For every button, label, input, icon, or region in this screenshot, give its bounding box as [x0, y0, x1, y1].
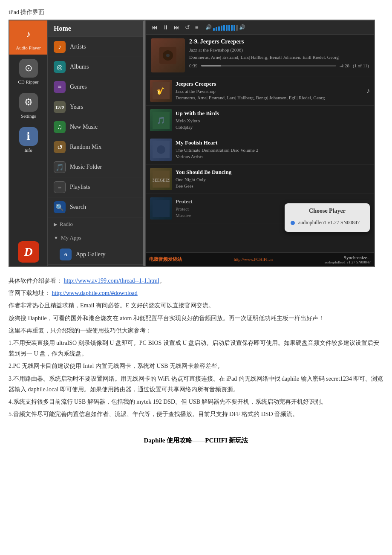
link1[interactable]: http://www.av199.com/thread--1-1.html [64, 278, 159, 284]
bottom-bar: 电脑音频发烧站 http://www.PCHIFI.cn Synchronize… [146, 252, 374, 266]
sync-text[interactable]: Synchronize... [344, 255, 371, 260]
track-title-1: Jeepers Creepers [176, 81, 363, 87]
svg-point-2 [166, 54, 170, 57]
now-playing-album: Jazz at the Pawnshop (2006) [189, 46, 369, 54]
time-remaining: -4:28 [340, 63, 349, 68]
track-artists-2: Coldplay [176, 124, 370, 130]
footer-title: Daphile 使用攻略——PCHIFI 新玩法 [9, 436, 383, 453]
nav-item-search[interactable]: 🔍 Search [48, 197, 145, 217]
nav-panel: Home ♪ Artists ◎ Albums ≡ Genres 1979 Ye… [48, 20, 146, 266]
music-folder-icon: 🎵 [54, 161, 66, 173]
new-music-icon: ♫ [54, 121, 66, 133]
nav-item-albums[interactable]: ◎ Albums [48, 57, 145, 77]
sidebar-label-cd-ripper: CD Ripper [18, 79, 39, 84]
now-playing-artists: Domnerus, Arne| Erstrand, Lars| Hallberg… [189, 54, 369, 61]
item1: 1.不用安装直接用 ultraISO 刻录镜像到 U 盘即可。PC BIOS 设… [9, 338, 383, 359]
choose-player-title: Choose Player [291, 208, 364, 214]
nav-label-search: Search [70, 204, 86, 211]
nav-label-albums: Albums [70, 64, 89, 70]
nav-section-my-apps[interactable]: ▼ My Apps [48, 231, 145, 245]
next-button[interactable]: ⏭ [172, 23, 182, 32]
para2: 放狗搜 Daphile，可看的国外和港台烧友在 atom 和低配置平台实现良好的… [9, 313, 383, 324]
now-playing: 2-9. Jeepers Creepers Jazz at the Pawnsh… [146, 35, 374, 76]
nav-item-years[interactable]: 1979 Years [48, 97, 145, 117]
info-icon: ℹ [19, 127, 38, 146]
nav-section-radio[interactable]: ▶ Radio [48, 217, 145, 231]
track-thumb-3 [150, 139, 172, 161]
volume-icon: 🔊 [205, 24, 212, 31]
sidebar-label-info: Info [24, 147, 32, 153]
sidebar-item-info[interactable]: ℹ Info [9, 123, 47, 157]
track-title-2: Up With the Birds [176, 110, 370, 117]
svg-point-8 [157, 145, 165, 154]
sidebar-item-cd-ripper[interactable]: ⊙ CD Ripper [9, 55, 47, 89]
track-thumb-1: 🎷 [150, 80, 172, 102]
sidebar-item-settings[interactable]: ⚙ Settings [9, 89, 47, 123]
track-title-4: You Should Be Dancing [176, 169, 370, 176]
nav-item-artists[interactable]: ♪ Artists [48, 37, 145, 57]
track-artists-1: Domnerus, Arne| Erstrand, Lars| Hallberg… [176, 95, 363, 101]
player-bottom-text: audiophilleo1 v1.27 SN00847 [325, 260, 371, 264]
svg-text:🎵: 🎵 [157, 116, 165, 124]
playlists-icon: ≡ [54, 181, 66, 193]
nav-item-music-folder[interactable]: 🎵 Music Folder [48, 157, 145, 177]
nav-label-years: Years [70, 104, 83, 110]
nav-item-new-music[interactable]: ♫ New Music [48, 117, 145, 137]
progress-bar[interactable] [201, 65, 336, 66]
vol-seg-9 [233, 25, 235, 31]
sidebar-item-audio-player[interactable]: ♪ Audio Player [9, 20, 47, 55]
audio-player-icon: ♪ [19, 25, 38, 43]
menu-button[interactable]: ≡ [193, 23, 200, 32]
nav-item-genres[interactable]: ≡ Genres [48, 77, 145, 97]
choose-player-option[interactable]: audiophilleo1 v1.27 SN00847 [291, 218, 364, 228]
prev-button[interactable]: ⏮ [150, 23, 159, 32]
vol-seg-8 [231, 25, 233, 31]
svg-text:BEEGEES: BEEGEES [153, 178, 170, 182]
cd-ripper-icon: ⊙ [19, 59, 38, 78]
vol-seg-5 [223, 25, 225, 31]
nav-item-random-mix[interactable]: ↺ Random Mix [48, 137, 145, 157]
choose-player-popup: Choose Player audiophilleo1 v1.27 SN0084… [285, 203, 370, 232]
para1: 作者非常热心且精益求精，Email 有问必答。E 文好的烧友可以直接官网交流。 [9, 300, 383, 311]
watermark-text: 电脑音频发烧站 [149, 256, 182, 263]
item2: 2.PC 无线网卡目前建议使用 Intel 内置无线网卡，系统对 USB 无线网… [9, 361, 383, 371]
nav-item-spotify[interactable]: Sp Spotify [48, 265, 145, 266]
sidebar-label-audio-player: Audio Player [16, 45, 40, 50]
track-item[interactable]: 🎵 Up With the Birds Mylo Xyloto Coldplay [146, 106, 374, 135]
track-info-3: My Foolish Heart The Ultimate Demonstrat… [176, 139, 370, 160]
repeat-button[interactable]: ↺ [183, 23, 192, 32]
track-info-2: Up With the Birds Mylo Xyloto Coldplay [176, 110, 370, 131]
track-artists-4: Bee Gees [176, 183, 370, 189]
player-option-label: audiophilleo1 v1.27 SN00847 [298, 220, 360, 226]
now-playing-title: 2-9. Jeepers Creepers [189, 38, 369, 45]
track-item[interactable]: My Foolish Heart The Ultimate Demonstrat… [146, 135, 374, 165]
radio-arrow-icon: ▶ [54, 222, 57, 227]
nav-label-random-mix: Random Mix [70, 144, 101, 150]
vol-seg-2 [216, 27, 217, 31]
track-info-1: Jeepers Creepers Jazz at the Pawnshop Do… [176, 81, 363, 101]
track-position: (1 of 11) [353, 63, 369, 68]
content-panel: ⏮ ⏸ ⏭ ↺ ≡ 🔊 [146, 20, 374, 266]
track-note-icon-1: ♪ [366, 87, 370, 95]
vol-seg-6 [226, 25, 228, 31]
pause-button[interactable]: ⏸ [161, 23, 170, 32]
track-title-3: My Foolish Heart [176, 139, 370, 146]
player-bar: ⏮ ⏸ ⏭ ↺ ≡ 🔊 [146, 20, 374, 35]
nav-item-app-gallery[interactable]: A App Gallery [48, 245, 145, 265]
nav-label-artists: Artists [70, 43, 86, 50]
nav-label-playlists: Playlists [70, 184, 90, 191]
svg-rect-11 [153, 200, 170, 217]
vol-seg-7 [228, 25, 230, 31]
app-container: ♪ Audio Player ⊙ CD Ripper ⚙ Settings ℹ … [9, 20, 375, 267]
text-content: 具体软件介绍参看： http://www.av199.com/thread--1… [9, 275, 383, 419]
track-thumb-5 [150, 197, 172, 220]
nav-item-playlists[interactable]: ≡ Playlists [48, 177, 145, 197]
sidebar-icons: ♪ Audio Player ⊙ CD Ripper ⚙ Settings ℹ … [9, 20, 48, 266]
track-item[interactable]: BEEGEES You Should Be Dancing One Night … [146, 165, 374, 194]
link2[interactable]: http://www.daphile.com/#download [52, 290, 138, 296]
track-album-1: Jazz at the Pawnshop [176, 88, 363, 95]
track-item[interactable]: 🎷 Jeepers Creepers Jazz at the Pawnshop … [146, 76, 374, 106]
track-album-2: Mylo Xyloto [176, 118, 370, 124]
vol-seg-1 [213, 28, 215, 31]
years-icon: 1979 [54, 101, 66, 113]
